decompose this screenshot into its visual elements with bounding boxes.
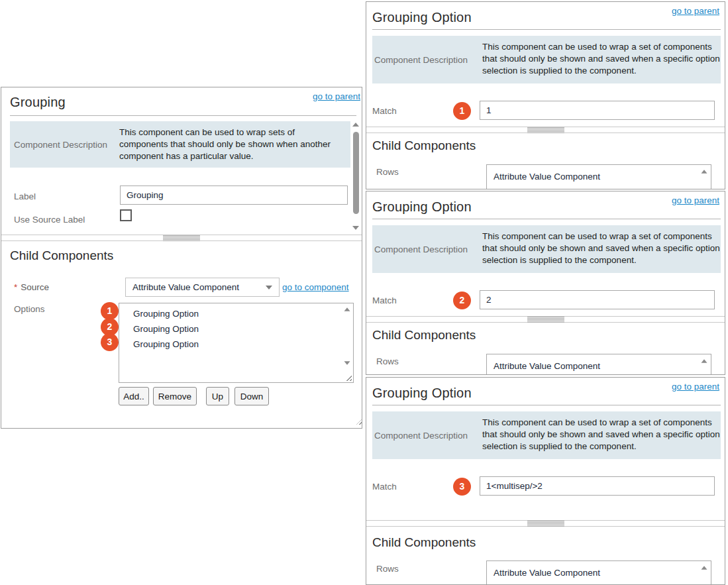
match-badge-1: 1 bbox=[453, 102, 471, 120]
match-field-label: Match bbox=[372, 295, 397, 305]
list-item[interactable]: Grouping Option bbox=[119, 321, 353, 337]
scroll-down-icon[interactable] bbox=[344, 361, 350, 364]
grouping-option-window-1: go to parent Grouping Option Component D… bbox=[366, 1, 725, 189]
use-source-label-label: Use Source Label bbox=[14, 215, 85, 225]
match-badge-2: 2 bbox=[453, 292, 471, 309]
splitter-grip-icon bbox=[527, 521, 564, 527]
add-button[interactable]: Add.. bbox=[119, 387, 149, 405]
splitter-grip-icon bbox=[527, 127, 564, 133]
go-to-parent-link[interactable]: go to parent bbox=[313, 91, 360, 101]
list-item[interactable]: Attribute Value Component bbox=[487, 561, 711, 578]
down-button[interactable]: Down bbox=[234, 387, 269, 405]
list-item[interactable]: Attribute Value Component bbox=[487, 354, 711, 371]
list-item[interactable]: Attribute Value Component bbox=[487, 165, 711, 182]
source-dropdown-value: Attribute Value Component bbox=[132, 282, 239, 292]
scroll-up-icon[interactable] bbox=[344, 307, 350, 311]
child-components-heading: Child Components bbox=[10, 248, 113, 263]
match-input[interactable] bbox=[480, 290, 715, 309]
go-to-component-link[interactable]: go to component bbox=[282, 282, 349, 292]
component-description-text: This component can be used to wrap sets … bbox=[119, 121, 344, 168]
component-description-label: Component Description bbox=[372, 55, 482, 65]
component-description-text: This component can be used to wrap a set… bbox=[482, 411, 721, 459]
rows-field-label: Rows bbox=[376, 564, 399, 574]
component-description-label: Component Description bbox=[372, 244, 482, 254]
up-button[interactable]: Up bbox=[206, 387, 229, 405]
window-resize-grip-icon[interactable] bbox=[356, 417, 362, 425]
options-field-label: Options bbox=[14, 304, 45, 314]
title-divider bbox=[372, 29, 721, 30]
source-field-label: *Source bbox=[14, 282, 49, 292]
remove-button[interactable]: Remove bbox=[153, 387, 197, 405]
splitter-grip-icon bbox=[163, 235, 200, 241]
match-field-label: Match bbox=[372, 482, 397, 492]
match-badge-3: 3 bbox=[453, 478, 471, 496]
option-badge-3: 3 bbox=[101, 333, 119, 351]
vertical-scrollbar[interactable] bbox=[351, 120, 361, 233]
page-title: Grouping Option bbox=[372, 10, 472, 25]
go-to-parent-link[interactable]: go to parent bbox=[672, 382, 719, 392]
grouping-option-window-3: go to parent Grouping Option Component D… bbox=[366, 377, 725, 585]
scroll-up-icon[interactable] bbox=[702, 170, 707, 173]
component-description-row: Component Description This component can… bbox=[372, 36, 721, 83]
page-title: Grouping Option bbox=[372, 199, 472, 215]
grouping-option-window-2: go to parent Grouping Option Component D… bbox=[366, 191, 725, 375]
scroll-up-icon[interactable] bbox=[352, 123, 359, 127]
label-field-label: Label bbox=[14, 191, 36, 201]
go-to-parent-link[interactable]: go to parent bbox=[672, 6, 719, 16]
scroll-up-icon[interactable] bbox=[702, 566, 707, 569]
component-description-row: Component Description This component can… bbox=[372, 225, 721, 273]
scrollbar-thumb[interactable] bbox=[353, 132, 359, 214]
rows-listbox[interactable]: Attribute Value Component bbox=[486, 560, 711, 585]
rows-listbox[interactable]: Attribute Value Component bbox=[486, 164, 711, 189]
page-title: Grouping Option bbox=[372, 386, 472, 401]
component-description-text: This component can be used to wrap a set… bbox=[482, 36, 721, 83]
required-asterisk: * bbox=[14, 282, 17, 292]
scroll-down-icon[interactable] bbox=[352, 226, 359, 230]
title-divider bbox=[10, 115, 356, 116]
go-to-parent-link[interactable]: go to parent bbox=[672, 195, 719, 205]
scroll-up-icon[interactable] bbox=[702, 359, 707, 362]
component-description-row: Component Description This component can… bbox=[10, 121, 350, 168]
resize-grip-icon[interactable] bbox=[346, 375, 352, 381]
component-description-label: Component Description bbox=[10, 140, 119, 150]
list-item[interactable]: Grouping Option bbox=[119, 337, 353, 352]
options-button-row: Add.. Remove Up Down bbox=[119, 387, 269, 405]
title-divider bbox=[372, 405, 721, 405]
chevron-down-icon bbox=[266, 286, 272, 290]
label-input[interactable] bbox=[120, 186, 348, 205]
component-description-text: This component can be used to wrap a set… bbox=[482, 225, 721, 273]
child-components-heading: Child Components bbox=[372, 138, 476, 153]
use-source-label-checkbox[interactable] bbox=[120, 209, 132, 221]
horizontal-splitter[interactable] bbox=[366, 127, 725, 133]
splitter-grip-icon bbox=[527, 317, 564, 323]
title-divider bbox=[372, 219, 721, 219]
component-description-label: Component Description bbox=[372, 431, 482, 441]
horizontal-splitter[interactable] bbox=[366, 520, 725, 527]
rows-field-label: Rows bbox=[376, 167, 399, 177]
match-field-label: Match bbox=[372, 106, 397, 116]
component-description-row: Component Description This component can… bbox=[372, 411, 721, 459]
rows-field-label: Rows bbox=[376, 356, 399, 366]
page-title: Grouping bbox=[10, 95, 66, 110]
option-badge-1: 1 bbox=[101, 302, 119, 320]
list-item[interactable]: Grouping Option bbox=[119, 303, 353, 321]
source-dropdown[interactable]: Attribute Value Component bbox=[125, 278, 280, 297]
horizontal-splitter[interactable] bbox=[366, 316, 725, 323]
child-components-heading: Child Components bbox=[372, 328, 476, 343]
match-input[interactable] bbox=[480, 101, 715, 120]
options-listbox[interactable]: Grouping Option Grouping Option Grouping… bbox=[119, 303, 354, 383]
match-input[interactable] bbox=[480, 476, 715, 496]
horizontal-splitter[interactable] bbox=[1, 235, 362, 241]
child-components-heading: Child Components bbox=[372, 535, 476, 550]
grouping-editor-window: go to parent Grouping Component Descript… bbox=[1, 87, 362, 429]
rows-listbox[interactable]: Attribute Value Component bbox=[486, 354, 711, 375]
